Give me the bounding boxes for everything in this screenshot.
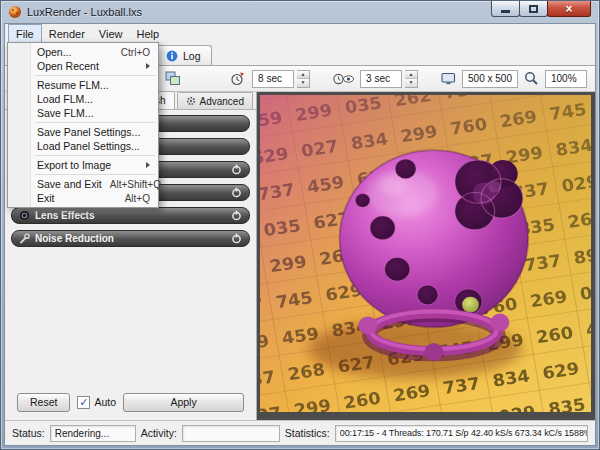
statusbar: Status: Rendering... Activity: Statistic… xyxy=(5,420,595,445)
menu-item-load-flm[interactable]: Load FLM... xyxy=(8,92,158,106)
activity-value xyxy=(182,425,280,442)
panel-bottom-controls: Reset ✓ Auto Apply xyxy=(5,392,256,420)
resolution-readout: 500 x 500 xyxy=(462,70,518,88)
display-interval-input[interactable]: 3 sec xyxy=(360,70,402,88)
inner-green-ball xyxy=(462,297,479,313)
gear-icon xyxy=(186,96,196,106)
maximize-icon xyxy=(529,5,538,13)
submenu-arrow-icon xyxy=(146,162,150,168)
menu-separator xyxy=(35,155,155,156)
status-value: Rendering... xyxy=(50,425,136,442)
lens-icon xyxy=(19,210,30,221)
copy-image-icon[interactable] xyxy=(162,70,184,87)
status-label: Status: xyxy=(12,427,45,439)
spin-down-icon[interactable]: ▼ xyxy=(405,79,417,87)
display-interval-spinner[interactable]: ▲▼ xyxy=(405,70,418,88)
render-interval-input[interactable]: 8 sec xyxy=(252,70,294,88)
menu-file[interactable]: File xyxy=(8,24,42,44)
minimize-button[interactable] xyxy=(491,1,520,17)
window-title: LuxRender - Luxball.lxs xyxy=(27,6,142,18)
zoom-level-readout: 100% xyxy=(545,70,587,88)
render-refresh-clock-icon xyxy=(227,70,249,87)
reset-button[interactable]: Reset xyxy=(17,393,70,412)
file-menu-popup: Open... Ctrl+O Open Recent Resume FLM...… xyxy=(7,42,159,208)
spin-up-icon[interactable]: ▲ xyxy=(405,71,417,80)
zoom-magnifier-icon[interactable] xyxy=(521,70,542,87)
statistics-label: Statistics: xyxy=(285,427,330,439)
menu-render[interactable]: Render xyxy=(42,24,92,44)
render-viewport[interactable]: 3490297456297878230294588112606274592990… xyxy=(257,92,595,420)
spin-down-icon[interactable]: ▼ xyxy=(297,79,309,87)
luxball-sphere xyxy=(340,150,529,327)
activity-label: Activity: xyxy=(141,427,177,439)
auto-checkbox-group: ✓ Auto xyxy=(77,396,116,409)
tab-log-label: Log xyxy=(183,50,201,62)
close-button[interactable]: × xyxy=(547,1,591,17)
menu-item-load-panel-settings[interactable]: Load Panel Settings... xyxy=(8,139,158,153)
power-toggle-icon[interactable] xyxy=(231,233,242,244)
auto-checkbox-label: Auto xyxy=(94,396,116,408)
tab-advanced-label: Advanced xyxy=(200,96,244,107)
section-lens-effects[interactable]: Lens Effects xyxy=(11,207,250,224)
menu-separator xyxy=(35,122,155,123)
wrench-icon xyxy=(19,233,30,244)
menu-help[interactable]: Help xyxy=(129,24,166,44)
app-window: LuxRender - Luxball.lxs × File Render Vi… xyxy=(0,0,600,450)
app-icon xyxy=(8,5,22,19)
maximize-button[interactable] xyxy=(519,1,548,17)
render-interval-spinner[interactable]: ▲▼ xyxy=(297,70,310,88)
menu-item-save-panel-settings[interactable]: Save Panel Settings... xyxy=(8,125,158,139)
tab-advanced[interactable]: Advanced xyxy=(177,92,253,109)
menubar: File Render View Help xyxy=(5,24,595,44)
apply-button[interactable]: Apply xyxy=(123,393,244,412)
close-icon: × xyxy=(565,2,572,16)
display-refresh-eye-icon xyxy=(330,70,357,87)
power-toggle-icon[interactable] xyxy=(231,187,242,198)
spin-up-icon[interactable]: ▲ xyxy=(297,71,309,80)
menu-item-resume-flm[interactable]: Resume FLM... xyxy=(8,78,158,92)
menu-view[interactable]: View xyxy=(92,24,130,44)
menu-separator xyxy=(35,174,155,175)
power-toggle-icon[interactable] xyxy=(231,164,242,175)
check-icon: ✓ xyxy=(79,397,88,408)
menu-item-save-and-exit[interactable]: Save and Exit Alt+Shift+Q xyxy=(8,177,158,191)
auto-checkbox[interactable]: ✓ xyxy=(77,396,90,409)
statistics-value: 00:17:15 - 4 Threads: 170.71 S/p 42.40 k… xyxy=(335,425,588,442)
menu-item-open[interactable]: Open... Ctrl+O xyxy=(8,45,158,59)
info-icon xyxy=(166,50,178,62)
resolution-monitor-icon xyxy=(438,71,459,87)
menu-item-export-to-image[interactable]: Export to Image xyxy=(8,158,158,172)
window-controls: × xyxy=(492,1,591,17)
menu-item-save-flm[interactable]: Save FLM... xyxy=(8,106,158,120)
menu-separator xyxy=(35,75,155,76)
menu-item-exit[interactable]: Exit Alt+Q xyxy=(8,191,158,205)
section-noise-reduction[interactable]: Noise Reduction xyxy=(11,230,250,247)
power-toggle-icon[interactable] xyxy=(231,210,242,221)
panel-empty-area xyxy=(5,252,256,392)
tab-log[interactable]: Log xyxy=(155,45,212,65)
submenu-arrow-icon xyxy=(146,63,150,69)
render-image: 3490297456297878230294588112606274592990… xyxy=(260,95,591,412)
menu-item-open-recent[interactable]: Open Recent xyxy=(8,59,158,73)
minimize-icon xyxy=(501,10,510,13)
